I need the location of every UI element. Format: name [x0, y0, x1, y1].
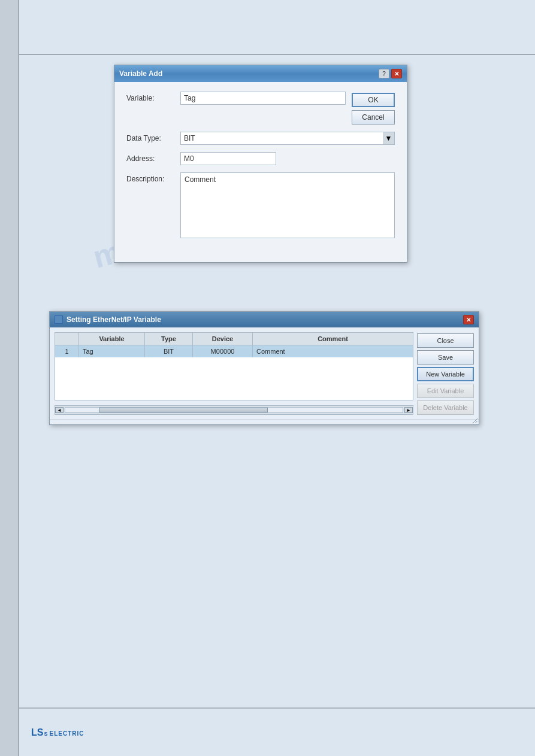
- td-device: M00000: [193, 345, 253, 357]
- variable-add-footer: [114, 255, 407, 262]
- description-label: Description:: [126, 172, 180, 183]
- td-num: 1: [55, 345, 79, 357]
- datatype-select-wrapper: BIT BYTE WORD DWORD INT DINT REAL ▼: [180, 132, 395, 145]
- datatype-label: Data Type:: [126, 132, 180, 142]
- description-row: Description: Comment: [126, 172, 395, 238]
- ethernet-titlebar: Setting EtherNet/IP Variable ✕: [50, 312, 479, 327]
- logo-electric-label: ELECTRIC: [49, 730, 84, 737]
- address-input[interactable]: [180, 152, 276, 165]
- ethernet-close-button[interactable]: Close: [417, 333, 474, 348]
- dialog-icon: [55, 315, 63, 324]
- resize-grip[interactable]: [470, 416, 477, 423]
- close-button[interactable]: ✕: [391, 69, 402, 78]
- address-row: Address:: [126, 152, 395, 165]
- bottom-divider-line: [19, 708, 535, 708]
- datatype-select[interactable]: BIT BYTE WORD DWORD INT DINT REAL: [180, 132, 395, 145]
- edit-variable-button[interactable]: Edit Variable: [417, 384, 474, 398]
- ethernet-titlebar-controls: ✕: [463, 315, 474, 324]
- th-variable: Variable: [79, 333, 145, 345]
- ethernet-sidebar-buttons: Close Save New Variable Edit Variable De…: [417, 332, 474, 415]
- th-type: Type: [145, 333, 193, 345]
- resize-icon: [470, 416, 477, 423]
- th-comment: Comment: [253, 333, 413, 345]
- dialog-action-buttons: OK Cancel: [352, 92, 395, 125]
- page-footer: LS S ELECTRIC: [19, 708, 535, 756]
- help-button[interactable]: ?: [379, 69, 389, 78]
- variable-table: Variable Type Device Comment 1 Tag BIT M…: [55, 332, 413, 400]
- svg-line-0: [473, 418, 477, 423]
- address-label: Address:: [126, 152, 180, 163]
- ethernet-variable-dialog: Setting EtherNet/IP Variable ✕ Variable …: [49, 311, 479, 425]
- top-divider-line: [19, 54, 535, 55]
- datatype-row: Data Type: BIT BYTE WORD DWORD INT DINT …: [126, 132, 395, 145]
- logo-ls-text: LS: [31, 727, 43, 738]
- delete-variable-button[interactable]: Delete Variable: [417, 400, 474, 415]
- scrollbar-right-button[interactable]: ►: [404, 407, 413, 413]
- ok-button[interactable]: OK: [352, 93, 395, 107]
- td-comment: Comment: [253, 345, 413, 357]
- ethernet-dialog-title: Setting EtherNet/IP Variable: [67, 315, 161, 324]
- variable-add-title: Variable Add: [119, 69, 162, 78]
- ethernet-close-x-button[interactable]: ✕: [463, 315, 474, 324]
- logo-sup-text: S: [44, 731, 47, 737]
- table-container: Variable Type Device Comment 1 Tag BIT M…: [55, 332, 413, 415]
- td-variable: Tag: [79, 345, 145, 357]
- variable-input[interactable]: [180, 92, 346, 105]
- variable-add-dialog: Variable Add ? ✕ Variable: OK Cancel Dat…: [114, 65, 407, 263]
- ethernet-save-button[interactable]: Save: [417, 350, 474, 365]
- cancel-button[interactable]: Cancel: [352, 110, 395, 125]
- td-type: BIT: [145, 345, 193, 357]
- description-textarea[interactable]: Comment: [180, 172, 395, 238]
- ls-electric-logo: LS S ELECTRIC: [31, 727, 84, 738]
- ethernet-body: Variable Type Device Comment 1 Tag BIT M…: [50, 327, 479, 420]
- scrollbar-left-button[interactable]: ◄: [55, 407, 64, 413]
- top-margin: [19, 0, 535, 54]
- table-row[interactable]: 1 Tag BIT M00000 Comment: [55, 345, 413, 357]
- variable-add-titlebar: Variable Add ? ✕: [114, 65, 407, 82]
- horizontal-scrollbar[interactable]: ◄ ►: [55, 405, 413, 415]
- variable-row: Variable: OK Cancel: [126, 92, 395, 125]
- new-variable-button[interactable]: New Variable: [417, 367, 474, 381]
- titlebar-controls: ? ✕: [379, 69, 402, 78]
- variable-add-body: Variable: OK Cancel Data Type: BIT BYTE …: [114, 82, 407, 255]
- th-device: Device: [193, 333, 253, 345]
- table-header-row: Variable Type Device Comment: [55, 333, 413, 345]
- svg-line-1: [475, 421, 477, 423]
- left-margin-bar: [0, 0, 19, 756]
- variable-label: Variable:: [126, 92, 180, 102]
- ethernet-footer: [50, 420, 479, 424]
- th-num: [55, 333, 79, 345]
- scrollbar-thumb[interactable]: [99, 408, 268, 412]
- scrollbar-track: [65, 407, 403, 413]
